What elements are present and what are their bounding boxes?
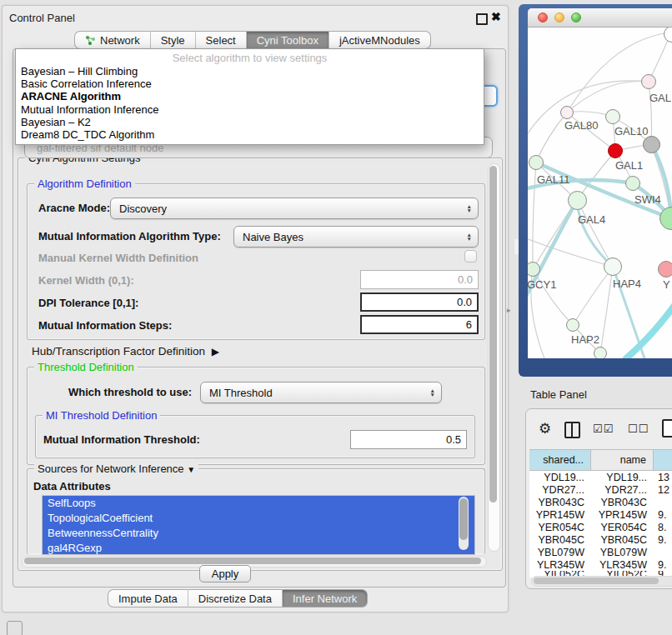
column-header-name[interactable]: name	[591, 450, 654, 470]
network-node[interactable]	[560, 106, 574, 119]
column-header-extra[interactable]	[654, 450, 672, 470]
data-attributes-list[interactable]: SelfLoops TopologicalCoefficient Between…	[42, 495, 475, 555]
algorithm-option[interactable]: Dream8 DC_TDC Algorithm	[21, 128, 479, 141]
tab-cyni-toolbox[interactable]: Cyni Toolbox	[247, 31, 329, 49]
split-columns-icon[interactable]	[564, 422, 580, 438]
network-node[interactable]	[625, 176, 640, 191]
settings-vertical-scrollbar[interactable]	[488, 163, 500, 552]
popup-prompt: Select algorithm to view settings	[16, 52, 484, 64]
list-scrollbar-thumb[interactable]	[459, 498, 468, 540]
node-table: shared... name YDL19...YDL19...13 YDR27.…	[529, 449, 672, 578]
gear-icon[interactable]: ⚙	[539, 420, 551, 438]
network-node[interactable]	[529, 155, 544, 170]
float-window-icon[interactable]	[476, 13, 488, 25]
cell: YBR043C	[591, 497, 654, 508]
attribute-item[interactable]: SelfLoops	[43, 496, 474, 511]
select-all-columns-icon[interactable]: ☑☑	[593, 422, 614, 435]
panel-title: Control Panel	[9, 12, 75, 24]
table-row[interactable]: YDR27...YDR27...12	[529, 483, 672, 496]
tab-style[interactable]: Style	[151, 31, 196, 49]
splitter-handle[interactable]: ▸	[507, 306, 511, 314]
algorithm-option[interactable]: Bayesian – K2	[21, 116, 479, 128]
which-threshold-combobox[interactable]: MI Threshold ▲▼	[200, 382, 442, 403]
settings-hscroll-thumb[interactable]	[24, 558, 481, 564]
cell: YPR145W	[591, 509, 654, 521]
algorithm-option-selected[interactable]: ARACNE Algorithm	[21, 90, 479, 102]
tab-select[interactable]: Select	[196, 31, 247, 49]
corner-gripper-icon[interactable]	[7, 621, 23, 635]
cell: 9.	[654, 509, 672, 521]
mi-steps-label: Mutual Information Steps:	[38, 319, 172, 332]
aracne-mode-combobox[interactable]: Discovery ▲▼	[110, 198, 479, 219]
manual-kernel-width-label: Manual Kernel Width Definition	[38, 252, 198, 264]
tab-label: Network	[100, 34, 140, 47]
mi-steps-input[interactable]: 6	[360, 315, 479, 334]
table-row[interactable]: YLR345WYLR345W9.	[529, 558, 672, 571]
network-node[interactable]	[604, 258, 622, 276]
table-row[interactable]: YDL19...YDL19...13	[529, 471, 672, 483]
algorithm-dropdown-popup: Select algorithm to view settings Bayesi…	[15, 48, 484, 145]
apply-button[interactable]: Apply	[199, 565, 251, 582]
split-divider	[571, 423, 573, 437]
cell: YBR045C	[591, 534, 654, 546]
network-view-window[interactable]: GAL80 GAL10 GAL GAL1 GAL11 SWI4 GAL4 GCY…	[519, 4, 672, 377]
table-row[interactable]: YBR043CYBR043C	[529, 496, 672, 508]
network-node[interactable]	[605, 109, 620, 124]
table-hscroll-thumb[interactable]	[534, 578, 659, 584]
bottom-tabs: Impute Data Discretize Data Infer Networ…	[108, 589, 368, 608]
list-scrollbar[interactable]	[459, 497, 469, 550]
network-titlebar[interactable]	[528, 8, 672, 28]
algorithm-option[interactable]: Mutual Information Inference	[21, 103, 479, 116]
manual-kernel-width-checkbox[interactable]	[464, 250, 477, 262]
zoom-traffic-light[interactable]	[571, 12, 581, 22]
settings-horizontal-scrollbar[interactable]	[22, 556, 487, 568]
cell: 12	[654, 484, 672, 496]
dpi-tolerance-input[interactable]: 0.0	[360, 292, 479, 312]
network-icon	[85, 35, 96, 46]
table-row[interactable]: YER054CYER054C8.	[529, 521, 672, 533]
control-panel-window: Control Panel ✖ Network Style Select Cyn…	[2, 5, 509, 612]
node-label: GCY1	[528, 278, 556, 291]
cell: 9.	[654, 559, 672, 571]
mi-algorithm-type-combobox[interactable]: Naive Bayes ▲▼	[233, 226, 479, 248]
network-node[interactable]	[641, 74, 656, 89]
attribute-item[interactable]: gal4RGexp	[43, 541, 474, 555]
column-header-shared-name[interactable]: shared...	[529, 450, 591, 470]
table-row[interactable]: YBR045CYBR045C9.	[529, 533, 672, 546]
tab-discretize-data[interactable]: Discretize Data	[188, 589, 283, 608]
close-icon[interactable]: ✖	[491, 10, 501, 23]
tab-impute-data[interactable]: Impute Data	[108, 589, 188, 608]
table-row[interactable]: YPR145WYPR145W9.	[529, 508, 672, 521]
cell: YDR27...	[529, 484, 591, 496]
tab-network[interactable]: Network	[74, 31, 151, 49]
tab-infer-network[interactable]: Infer Network	[283, 589, 368, 608]
network-node-selected[interactable]	[608, 143, 623, 158]
table-horizontal-scrollbar[interactable]	[531, 576, 672, 587]
cell: 8.	[654, 522, 672, 533]
minimize-traffic-light[interactable]	[554, 12, 564, 22]
hub-definition-toggle[interactable]: Hub/Transcription Factor Definition ▶	[32, 345, 216, 358]
network-node[interactable]	[643, 136, 660, 153]
mi-threshold-input[interactable]: 0.5	[350, 430, 467, 449]
export-table-icon[interactable]	[662, 419, 672, 438]
table-row[interactable]: YBL079WYBL079W	[529, 546, 672, 558]
algorithm-option[interactable]: Basic Correlation Inference	[21, 78, 479, 90]
network-node[interactable]	[658, 261, 672, 278]
table-header-row: shared... name	[529, 449, 672, 471]
attribute-item[interactable]: TopologicalCoefficient	[43, 511, 474, 526]
attribute-item[interactable]: BetweennessCentrality	[43, 526, 474, 541]
algorithm-option[interactable]: Bayesian – Hill Climbing	[21, 65, 479, 78]
cell: 9.	[654, 534, 672, 546]
deselect-all-columns-icon[interactable]: ☐☐	[628, 422, 649, 435]
table-panel-title: Table Panel	[530, 388, 587, 401]
close-traffic-light[interactable]	[538, 12, 548, 22]
network-node[interactable]	[594, 347, 607, 358]
tab-jactivemnodules[interactable]: jActiveMNodules	[329, 31, 431, 49]
kernel-width-input[interactable]: 0.0	[360, 270, 479, 289]
settings-vscroll-thumb[interactable]	[489, 166, 497, 502]
network-node[interactable]	[568, 191, 587, 210]
network-node[interactable]	[566, 318, 579, 332]
cell: YDL19...	[591, 472, 654, 483]
network-canvas[interactable]: GAL80 GAL10 GAL GAL1 GAL11 SWI4 GAL4 GCY…	[528, 28, 672, 358]
node-label: HAP2	[571, 333, 599, 346]
